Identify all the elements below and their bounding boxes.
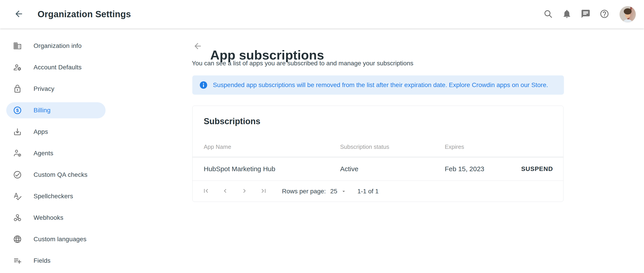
column-header-app-name: App Name [204, 143, 231, 150]
help-button[interactable] [599, 9, 610, 20]
help-icon [600, 9, 609, 20]
table-row: HubSpot Marketing Hub Active Feb 15, 202… [192, 157, 563, 181]
app-bar-title: Organization Settings [38, 9, 131, 19]
cell-app-name: HubSpot Marketing Hub [204, 165, 275, 173]
messages-button[interactable] [580, 9, 591, 20]
pagination-bar: Rows per page: 25 1-1 of 1 [192, 181, 563, 202]
sidebar-item-label: Organization info [34, 42, 82, 50]
search-icon [543, 9, 553, 20]
sidebar-item-label: Webhooks [34, 214, 63, 221]
page-subtitle: You can see a list of apps you are subsc… [192, 59, 413, 68]
rows-per-page-value: 25 [330, 188, 337, 195]
person-cube-icon [13, 149, 22, 158]
sidebar-item-privacy[interactable]: Privacy [6, 81, 106, 97]
sidebar-item-apps[interactable]: Apps [6, 124, 106, 140]
last-page-icon [260, 187, 268, 195]
person-gear-icon [13, 63, 22, 72]
notifications-button[interactable] [562, 9, 572, 20]
globe-icon [13, 235, 22, 244]
sidebar-item-label: Apps [34, 128, 48, 135]
sidebar-item-custom-languages[interactable]: Custom languages [6, 231, 106, 247]
chat-icon [581, 9, 590, 20]
app-bar-actions [543, 6, 636, 23]
bell-icon [562, 9, 572, 20]
sidebar-item-organization-info[interactable]: Organization info [6, 38, 106, 54]
subscriptions-card: Subscriptions App Name Subscription stat… [192, 106, 564, 202]
dollar-circle-icon: $ [13, 106, 22, 115]
info-icon [200, 81, 208, 89]
spellcheck-icon [13, 192, 22, 201]
sidebar-item-webhooks[interactable]: Webhooks [6, 210, 106, 226]
rows-per-page-select[interactable]: 25 [330, 188, 346, 195]
sidebar-item-label: Agents [34, 150, 53, 157]
sidebar-item-label: Custom languages [34, 236, 86, 243]
card-title: Subscriptions [204, 117, 260, 126]
header-back-button[interactable] [13, 9, 24, 20]
sidebar-item-spellcheckers[interactable]: Spellcheckers [6, 188, 106, 204]
sidebar-item-label: Privacy [34, 85, 54, 92]
info-banner-text: Suspended app subscriptions will be remo… [213, 82, 548, 89]
last-page-button[interactable] [260, 187, 268, 195]
chevron-down-icon [341, 188, 346, 194]
sidebar-item-fields[interactable]: Fields [6, 253, 106, 269]
top-app-bar: Organization Settings [0, 0, 644, 29]
search-button[interactable] [543, 9, 553, 20]
download-icon [13, 127, 22, 136]
next-page-button[interactable] [240, 187, 248, 195]
sidebar-item-billing[interactable]: $ Billing [6, 102, 106, 118]
sidebar-item-custom-qa-checks[interactable]: Custom QA checks [6, 167, 106, 183]
cell-expires: Feb 15, 2023 [445, 165, 484, 173]
sidebar-item-label: Billing [34, 107, 50, 114]
sidebar-item-label: Spellcheckers [34, 193, 73, 200]
user-avatar[interactable] [620, 6, 636, 23]
page-back-button[interactable] [192, 41, 203, 52]
suspend-button[interactable]: SUSPEND [518, 163, 556, 175]
info-banner: Suspended app subscriptions will be remo… [192, 75, 564, 95]
previous-page-button[interactable] [221, 187, 229, 195]
building-icon [13, 41, 22, 50]
playlist-add-icon [13, 256, 22, 265]
lock-icon [13, 84, 22, 93]
arrow-back-icon [193, 41, 202, 52]
pagination-range: 1-1 of 1 [357, 188, 378, 195]
sidebar-item-label: Account Defaults [34, 64, 82, 71]
sidebar-item-label: Custom QA checks [34, 171, 88, 178]
arrow-back-icon [14, 9, 24, 20]
chevron-left-icon [222, 187, 229, 195]
first-page-icon [202, 187, 210, 195]
column-header-expires: Expires [445, 143, 464, 150]
cell-subscription-status: Active [340, 165, 358, 173]
first-page-button[interactable] [202, 187, 210, 195]
svg-text:$: $ [16, 108, 19, 113]
sidebar-item-label: Fields [34, 257, 50, 264]
rows-per-page-label: Rows per page: [282, 188, 326, 195]
table-header-row: App Name Subscription status Expires [192, 143, 563, 151]
sidebar-item-agents[interactable]: Agents [6, 145, 106, 161]
settings-sidebar: Organization info Account Defaults Priva… [0, 29, 112, 273]
column-header-subscription-status: Subscription status [340, 143, 389, 150]
chevron-right-icon [240, 187, 248, 195]
sidebar-item-account-defaults[interactable]: Account Defaults [6, 59, 106, 75]
webhook-icon [13, 213, 22, 222]
check-circle-icon [13, 170, 22, 179]
organization-settings-page: Organization Settings [0, 0, 644, 273]
